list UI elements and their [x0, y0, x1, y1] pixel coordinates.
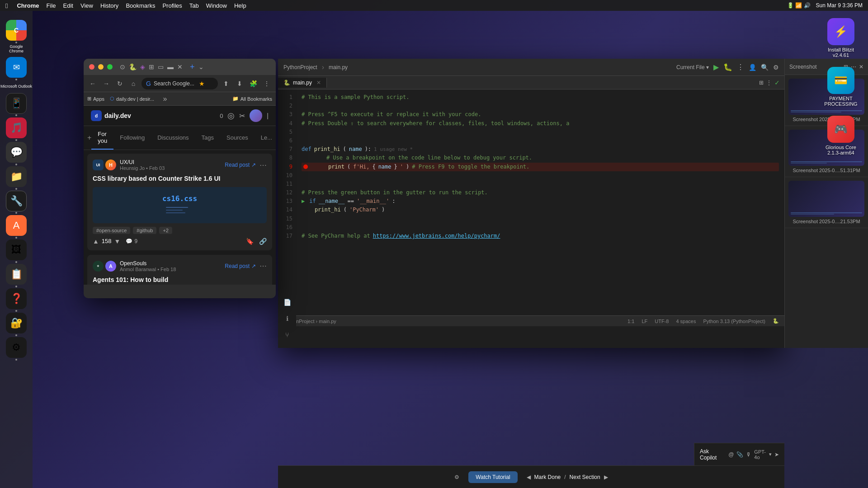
download-button[interactable]: ⬇	[234, 78, 245, 89]
traffic-light-minimize[interactable]	[98, 64, 104, 70]
editor-split-button[interactable]: ⊞	[759, 80, 764, 86]
close-tab-button[interactable]: ✕	[316, 80, 321, 86]
dock-app-misc-8[interactable]: 📋	[6, 264, 27, 285]
editor-check-button[interactable]: ✓	[774, 79, 780, 86]
share-button[interactable]: ⬆	[221, 78, 231, 89]
post-1-more-button[interactable]: ⋯	[259, 161, 267, 169]
dock-app-misc-11[interactable]: ⚙	[6, 337, 27, 358]
dock-app-misc-2[interactable]: 🎵	[6, 117, 27, 138]
bookmark-star-icon[interactable]: ★	[199, 80, 205, 87]
desktop-icon-blitzit[interactable]: ⚡ Install Blitzit v2.4.61	[823, 18, 859, 58]
dock-app-misc-1[interactable]: 📱	[6, 93, 27, 114]
tab-discussions[interactable]: Discussions	[151, 130, 195, 146]
apple-logo-icon[interactable]: 	[5, 2, 8, 9]
sidebar-info-icon[interactable]: ℹ	[282, 313, 292, 324]
desktop-icon-payment[interactable]: 💳 PAYMENT PROCESSING	[823, 67, 859, 107]
post-1-share-button[interactable]: 🔗	[259, 238, 267, 245]
tab-tags[interactable]: Tags	[195, 130, 220, 146]
bookmark-all[interactable]: 📁 All Bookmarks	[232, 96, 272, 102]
traffic-light-maximize[interactable]	[107, 64, 113, 70]
dock-app-misc-5[interactable]: 🔧	[6, 191, 27, 211]
menu-app-name[interactable]: Chrome	[17, 2, 39, 9]
traffic-light-close[interactable]	[89, 64, 94, 70]
dock-app-outlook[interactable]: ✉	[6, 57, 27, 78]
bookmark-daily[interactable]: ⬡ daily.dev | desir...	[110, 96, 154, 102]
sidebar-file-icon[interactable]: 📄	[282, 297, 292, 308]
grid-icon[interactable]: ⊞	[149, 63, 154, 70]
menu-view[interactable]: View	[80, 2, 93, 9]
pycharm-run-button[interactable]: ▶	[713, 63, 719, 71]
user-avatar[interactable]	[250, 109, 262, 122]
menu-profiles[interactable]: Profiles	[162, 2, 182, 9]
new-tab-icon[interactable]: +	[190, 62, 195, 72]
watch-tutorial-button[interactable]: Watch Tutorial	[468, 471, 517, 483]
read-post-2-button[interactable]: Read post ↗	[225, 263, 256, 269]
run-gutter-icon[interactable]: ▶	[302, 197, 305, 206]
bookmark-apps[interactable]: ⊞ Apps	[87, 96, 104, 102]
post-1-bookmark-button[interactable]: 🔖	[246, 238, 254, 245]
daily-logo[interactable]: d daily.dev	[91, 110, 131, 121]
dock-app-misc-9[interactable]: ❓	[6, 288, 27, 309]
dock-app-misc-10[interactable]: 🔐	[6, 313, 27, 333]
menu-help[interactable]: Help	[234, 2, 246, 9]
avatar-expand-icon[interactable]: |	[267, 112, 269, 119]
menu-tab[interactable]: Tab	[189, 2, 199, 9]
post-1-upvote-button[interactable]: ▲	[93, 238, 99, 245]
home-button[interactable]: ⌂	[128, 78, 139, 89]
bookmarks-more-button[interactable]: »	[160, 94, 170, 104]
line-ending[interactable]: LF	[642, 319, 647, 324]
dock-app-misc-6[interactable]: A	[6, 215, 27, 236]
gear-settings-icon[interactable]: ⚙	[454, 474, 459, 480]
menu-file[interactable]: File	[47, 2, 56, 9]
sidebar-git-icon[interactable]: ⑂	[282, 329, 292, 340]
editor-more-button[interactable]: ⋮	[766, 80, 772, 86]
refresh-button[interactable]: ↻	[114, 78, 125, 89]
post-2-more-button[interactable]: ⋯	[259, 262, 267, 270]
copilot-model-expand[interactable]: ▾	[769, 451, 772, 457]
close-tab-icon[interactable]: ✕	[177, 63, 183, 70]
side-icon[interactable]: ▬	[167, 63, 174, 70]
post-1-tag-2[interactable]: #github	[133, 227, 156, 234]
menu-history[interactable]: History	[100, 2, 118, 9]
back-button[interactable]: ←	[87, 78, 98, 89]
menu-bookmarks[interactable]: Bookmarks	[126, 2, 155, 9]
tab-following[interactable]: Following	[113, 130, 151, 146]
post-1-tag-1[interactable]: #open-source	[93, 227, 130, 234]
copilot-attach-button[interactable]: 📎	[736, 451, 743, 458]
scissors-icon[interactable]: ✂	[239, 112, 245, 120]
post-1-downvote-button[interactable]: ▼	[114, 238, 121, 245]
tab-sources[interactable]: Sources	[220, 130, 255, 146]
copilot-mic-button[interactable]: 🎙	[746, 451, 751, 458]
window-icon[interactable]: ▭	[158, 63, 164, 70]
code-editor[interactable]: # This is a sample Python script. # Pres…	[296, 89, 784, 315]
menu-edit[interactable]: Edit	[63, 2, 73, 9]
tab-more[interactable]: Le...	[255, 130, 276, 146]
desktop-icon-glorious[interactable]: 🎮 Glorious Core 2.1.3-arm64	[823, 116, 859, 155]
venv-icon[interactable]: 🐍	[773, 318, 779, 324]
tab-expand-icon[interactable]: ⌄	[198, 63, 204, 70]
post-1-tag-more[interactable]: +2	[159, 227, 172, 234]
tab-for-you[interactable]: For you	[91, 126, 113, 150]
prev-section-icon[interactable]: ◀	[527, 474, 531, 480]
pycharm-debug-button[interactable]: 🐛	[723, 63, 732, 71]
pycharm-profile-button[interactable]: 👤	[749, 64, 756, 71]
run-config-selector[interactable]: Current File ▾	[676, 64, 709, 70]
pycharm-tab-main-py[interactable]: 🐍 main.py ✕	[278, 78, 327, 88]
dock-app-misc-4[interactable]: 📁	[6, 166, 27, 187]
extensions-button[interactable]: 🧩	[248, 78, 259, 89]
file-encoding[interactable]: UTF-8	[655, 319, 669, 324]
copilot-at-button[interactable]: @	[728, 451, 734, 458]
add-feed-button[interactable]: +	[87, 132, 91, 143]
pycharm-more-button[interactable]: ⋮	[737, 63, 744, 71]
read-post-1-button[interactable]: Read post ↗	[225, 162, 256, 168]
screenshot-item-3[interactable]: Screenshot 2025-0....21.53PM	[785, 177, 868, 228]
reader-icon[interactable]: ⊙	[120, 63, 125, 70]
dock-app-misc-3[interactable]: 💬	[6, 142, 27, 163]
pycharm-help-link[interactable]: https://www.jetbrains.com/help/pycharm/	[373, 232, 500, 240]
next-section-icon[interactable]: ▶	[604, 474, 608, 480]
pycharm-search-button[interactable]: 🔍	[761, 64, 769, 71]
pycharm-settings-button[interactable]: ⚙	[773, 64, 779, 71]
menu-window[interactable]: Window	[206, 2, 227, 9]
screenshot-panel-close[interactable]: ✕	[859, 64, 863, 70]
python-interpreter[interactable]: Python 3.13 (PythonProject)	[703, 319, 765, 324]
